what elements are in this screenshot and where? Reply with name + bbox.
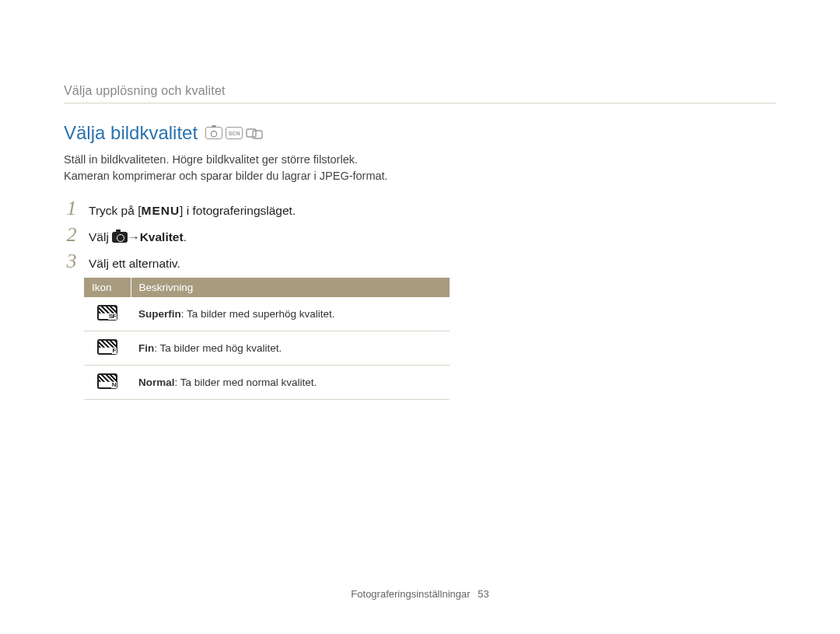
mode-icons [205,127,263,139]
step1-pre: Tryck på [ [89,204,141,217]
svg-point-0 [211,131,216,136]
menu-button-label: MENU [141,204,180,217]
icon-sub-label: SF [108,313,117,320]
desc-cell: Normal: Ta bilder med normal kvalitet. [131,366,450,400]
icon-cell: F [84,331,131,366]
intro-line-1: Ställ in bildkvaliteten. Högre bildkvali… [64,153,358,166]
icon-cell: N [84,366,131,400]
camera-icon [112,232,128,243]
icon-sub-label: F [112,348,117,354]
heading-row: Välja bildkvalitet [64,122,468,144]
icon-cell: SF [84,297,131,331]
table-row: F Fin: Ta bilder med hög kvalitet. [84,331,450,366]
step2-bold: Kvalitet [140,230,184,243]
step1-post: ] i fotograferingsläget. [180,204,296,217]
quality-desc: : Ta bilder med normal kvalitet. [175,377,317,388]
quality-desc: : Ta bilder med hög kvalitet. [154,342,282,354]
camera-p-mode-icon [205,127,222,139]
table-row: SF Superfin: Ta bilder med superhög kval… [84,297,450,331]
table-row: N Normal: Ta bilder med normal kvalitet. [84,366,450,400]
desc-cell: Fin: Ta bilder med hög kvalitet. [131,331,450,366]
page-footer: Fotograferingsinställningar 53 [0,588,840,600]
col-header-desc: Beskrivning [131,278,450,297]
footer-section: Fotograferingsinställningar [351,588,470,600]
step2-post: . [184,230,187,243]
quality-label: Superfin [138,308,181,320]
section-heading: Välja bildkvalitet [64,122,198,144]
step-text: Välj ett alternativ. [89,257,180,271]
quality-normal-icon: N [97,373,117,389]
step-2: 2 Välj → Kvalitet. [64,225,468,245]
quality-desc: : Ta bilder med superhög kvalitet. [181,308,335,320]
divider [64,103,776,103]
quality-superfine-icon: SF [97,305,117,321]
step-number: 1 [64,198,79,219]
intro-line-2: Kameran komprimerar och sparar bilder du… [64,170,388,182]
quality-table: Ikon Beskrivning SF Superfin: Ta bilder … [84,278,450,400]
step-number: 3 [64,251,79,271]
table-header-row: Ikon Beskrivning [84,278,450,297]
content-column: Välja bildkvalitet Ställ in bildkvalitet… [64,122,468,400]
step2-pre: Välj [89,230,112,243]
quality-label: Fin [138,342,154,354]
step-text: Välj → Kvalitet. [89,230,187,244]
quality-fine-icon: F [97,339,117,355]
step-text: Tryck på [MENU] i fotograferingsläget. [89,204,296,218]
arrow-right-icon: → [128,230,140,244]
page-number: 53 [478,588,488,600]
manual-page: Välja upplösning och kvalitet Välja bild… [0,0,840,634]
col-header-icon: Ikon [84,278,131,297]
step-1: 1 Tryck på [MENU] i fotograferingsläget. [64,198,468,219]
scn-mode-icon [226,127,243,139]
desc-cell: Superfin: Ta bilder med superhög kvalite… [131,297,450,331]
intro-paragraph: Ställ in bildkvaliteten. Högre bildkvali… [64,152,468,184]
icon-sub-label: N [111,382,117,388]
breadcrumb: Välja upplösning och kvalitet [64,84,776,98]
dual-mode-icon [246,127,263,139]
quality-label: Normal [138,377,175,388]
step-3: 3 Välj ett alternativ. [64,251,468,271]
step-number: 2 [64,225,79,245]
